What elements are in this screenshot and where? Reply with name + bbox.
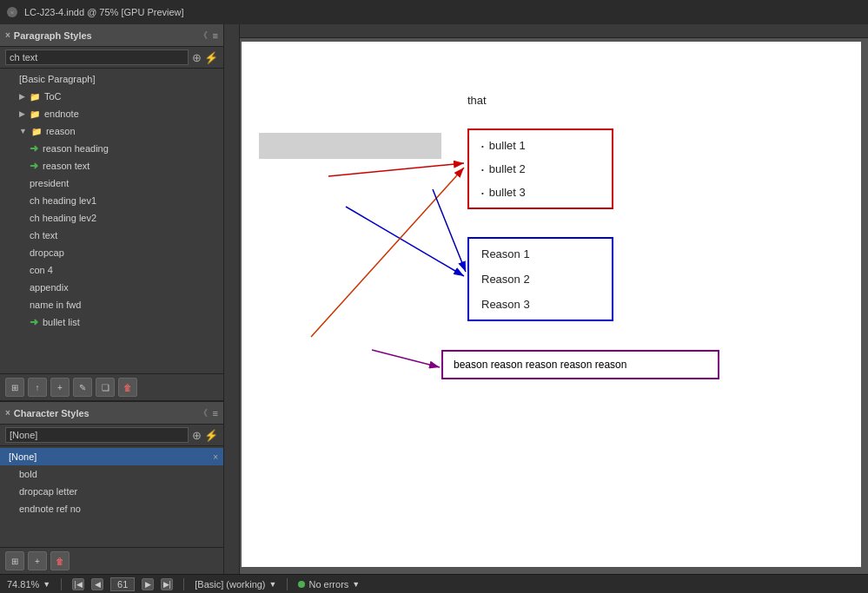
page-number-input[interactable] xyxy=(110,577,135,591)
char-none-close-icon[interactable]: × xyxy=(213,452,218,462)
prev-page-button[interactable]: ◀ xyxy=(91,578,103,590)
char-styles-list: [None] × bold dropcap letter endnote ref… xyxy=(0,446,223,547)
para-search-row: ⊕ ⚡ xyxy=(0,47,223,69)
canvas-area: that • bullet 1 • bullet 2 • bullet xyxy=(224,24,868,574)
svg-line-6 xyxy=(433,189,466,272)
style-dropcap[interactable]: dropcap xyxy=(0,244,223,261)
errors-segment: No errors ▼ xyxy=(298,579,360,590)
para-panel-title: Paragraph Styles xyxy=(14,30,92,41)
para-styles-footer: ⊞ ↑ + ✎ ❑ 🗑 xyxy=(0,373,223,400)
page-canvas: that • bullet 1 • bullet 2 • bullet xyxy=(242,42,861,567)
lightning-icon[interactable]: ⚡ xyxy=(204,51,218,64)
style-reason-text[interactable]: ➜ reason text xyxy=(0,157,223,175)
style-endnote-folder[interactable]: ▶ 📁 endnote xyxy=(0,105,223,122)
reason-item-2: Reason 2 xyxy=(481,273,600,286)
close-button[interactable]: × xyxy=(7,7,17,17)
bullet-dot-2: • xyxy=(481,166,484,174)
char-panel-close[interactable]: × xyxy=(5,408,10,418)
char-delete-style-button[interactable]: 🗑 xyxy=(50,551,70,570)
zoom-value: 74.81% xyxy=(7,579,39,590)
style-ch-heading-lev2[interactable]: ch heading lev2 xyxy=(0,209,223,227)
char-style-endnote-ref-no[interactable]: endnote ref no xyxy=(0,500,223,517)
style-con4[interactable]: con 4 xyxy=(0,261,223,279)
char-styles-footer: ⊞ + 🗑 xyxy=(0,547,223,574)
style-label: [Basic Paragraph] xyxy=(19,74,95,84)
char-style-dropcap-letter[interactable]: dropcap letter xyxy=(0,483,223,500)
new-group-button[interactable]: ⊞ xyxy=(5,378,24,397)
edit-style-button[interactable]: ✎ xyxy=(73,378,92,397)
new-style-button[interactable]: + xyxy=(50,378,70,397)
status-divider-2 xyxy=(183,578,184,590)
toc-folder-icon: 📁 xyxy=(30,92,40,102)
bullet-list-arrow-icon: ➜ xyxy=(30,316,38,328)
duplicate-style-button[interactable]: ❑ xyxy=(96,378,115,397)
errors-dropdown-icon[interactable]: ▼ xyxy=(352,580,360,589)
style-toc-folder[interactable]: ▶ 📁 ToC xyxy=(0,88,223,105)
no-errors-dot xyxy=(298,581,305,588)
next-page-button[interactable]: ▶ xyxy=(142,578,154,590)
char-panel-menu[interactable]: ≡ xyxy=(213,408,218,418)
reason-item-3: Reason 3 xyxy=(481,298,600,311)
char-new-style-button[interactable]: + xyxy=(28,551,47,570)
zoom-dropdown-icon[interactable]: ▼ xyxy=(43,580,50,589)
last-page-button[interactable]: ▶| xyxy=(161,578,173,590)
style-appendix[interactable]: appendix xyxy=(0,279,223,296)
reason-label-2: Reason 2 xyxy=(481,273,530,286)
style-reason-folder[interactable]: ▼ 📁 reason xyxy=(0,122,223,140)
style-name-in-fwd[interactable]: name in fwd xyxy=(0,296,223,313)
bullet-item-1: • bullet 1 xyxy=(481,139,600,152)
style-president[interactable]: president xyxy=(0,175,223,192)
first-page-button[interactable]: |◀ xyxy=(72,578,84,590)
style-ch-text[interactable]: ch text xyxy=(0,227,223,244)
para-search-input[interactable] xyxy=(5,49,189,65)
style-label: bullet list xyxy=(43,317,80,327)
char-style-none[interactable]: [None] × xyxy=(0,448,223,465)
horizontal-ruler xyxy=(240,24,868,38)
style-basic-paragraph[interactable]: [Basic Paragraph] xyxy=(0,70,223,88)
status-divider-3 xyxy=(287,578,288,590)
add-style-icon[interactable]: ⊕ xyxy=(192,51,202,64)
delete-style-button[interactable]: 🗑 xyxy=(118,378,137,397)
para-styles-header: × Paragraph Styles 《 ≡ xyxy=(0,24,223,47)
style-label: ToC xyxy=(44,91,62,102)
reason-folder-icon: 📁 xyxy=(31,127,42,136)
para-panel-collapse[interactable]: 《 xyxy=(199,30,208,42)
char-lightning-icon[interactable]: ⚡ xyxy=(204,429,218,442)
style-bullet-list[interactable]: ➜ bullet list xyxy=(0,313,223,331)
bullet-dot-1: • xyxy=(481,142,484,150)
style-reason-heading[interactable]: ➜ reason heading xyxy=(0,140,223,157)
style-label: [None] xyxy=(9,451,36,462)
para-panel-menu[interactable]: ≡ xyxy=(213,30,218,41)
style-dropdown-icon[interactable]: ▼ xyxy=(269,580,277,589)
style-label: reason text xyxy=(43,161,89,171)
style-segment: [Basic] (working) ▼ xyxy=(195,579,276,590)
app-title: LC-J23-4.indd @ 75% [GPU Preview] xyxy=(24,7,184,17)
char-add-icon[interactable]: ⊕ xyxy=(192,429,202,442)
bullet-label-2: bullet 2 xyxy=(489,162,526,175)
toc-expand-icon[interactable]: ▶ xyxy=(19,92,25,101)
canvas-that-text: that xyxy=(467,94,487,107)
style-label: ch text xyxy=(30,230,57,240)
load-styles-button[interactable]: ↑ xyxy=(28,378,47,397)
para-panel-close[interactable]: × xyxy=(5,30,10,40)
char-panel-title: Character Styles xyxy=(14,408,89,418)
reason-label-3: Reason 3 xyxy=(481,298,530,311)
style-label: ch heading lev1 xyxy=(30,195,96,206)
endnote-expand-icon[interactable]: ▶ xyxy=(19,109,25,118)
char-style-bold[interactable]: bold xyxy=(0,465,223,483)
char-new-group-button[interactable]: ⊞ xyxy=(5,551,24,570)
style-ch-heading-lev1[interactable]: ch heading lev1 xyxy=(0,192,223,209)
char-search-input[interactable] xyxy=(5,427,189,443)
reason-expand-icon[interactable]: ▼ xyxy=(19,127,27,135)
reason-label-1: Reason 1 xyxy=(481,247,530,260)
bullet-box: • bullet 1 • bullet 2 • bullet 3 xyxy=(467,128,613,209)
purple-box: beason reason reason reason reason xyxy=(441,350,719,379)
style-label: dropcap xyxy=(30,247,64,258)
svg-line-7 xyxy=(372,350,440,367)
bullet-dot-3: • xyxy=(481,189,484,197)
vertical-ruler xyxy=(224,24,240,574)
gray-box xyxy=(259,133,441,159)
style-label: appendix xyxy=(30,282,69,293)
status-divider-1 xyxy=(61,578,62,590)
char-panel-collapse[interactable]: 《 xyxy=(199,407,208,419)
